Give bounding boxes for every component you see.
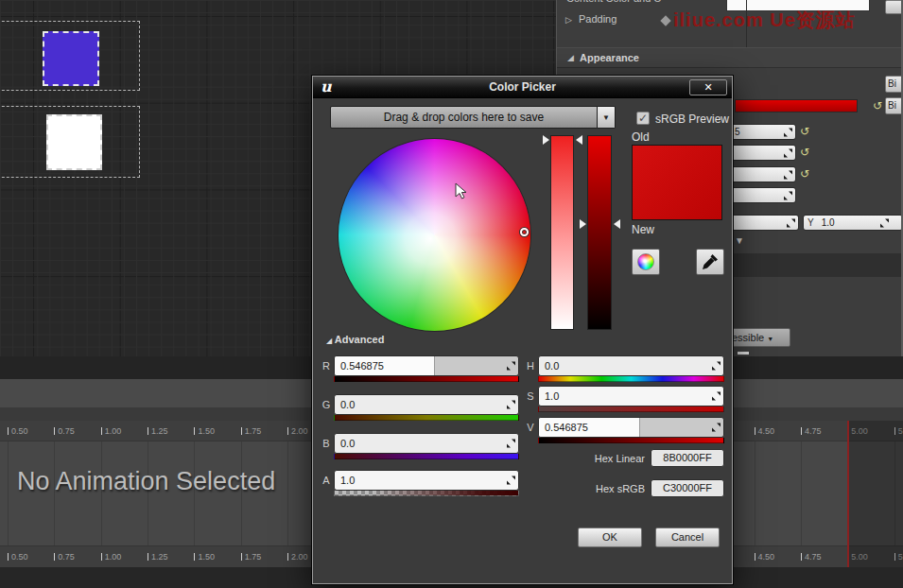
spin-arrows-icon[interactable] (784, 170, 792, 179)
spin-arrows-icon[interactable] (784, 128, 792, 136)
spin-arrows-icon[interactable] (784, 148, 792, 157)
spin-arrows-icon[interactable] (507, 440, 515, 448)
v-gradient-strip (538, 438, 724, 443)
numeric-field-3[interactable] (730, 166, 796, 182)
b-value: 0.0 (340, 434, 355, 453)
revert-icon-0[interactable]: ↺ (873, 100, 882, 112)
timeline-tick: 1.50 (194, 552, 215, 562)
saved-colors-dropdown[interactable]: Drag & drop colors here to save (330, 106, 598, 129)
y-field-label: Y (807, 217, 814, 228)
hex-linear-input[interactable]: 8B0000FF (651, 449, 724, 467)
saturation-marker-left[interactable] (543, 135, 549, 145)
srgb-preview-label: sRGB Preview (655, 112, 729, 126)
h-gradient-strip (538, 376, 724, 382)
revert-icon-1[interactable]: ↺ (800, 126, 809, 137)
b-spinbox[interactable]: 0.0 (334, 433, 519, 454)
padding-row[interactable]: ▷ Padding (565, 13, 616, 25)
s-spinbox[interactable]: 1.0 (538, 386, 724, 406)
eyedropper-button[interactable] (696, 249, 724, 275)
color-sphere-icon (637, 253, 654, 270)
revert-icon-2[interactable]: ↺ (800, 147, 809, 158)
v-channel-slider[interactable]: V 0.546875 (525, 417, 724, 443)
timeline-tick: 1.50 (194, 426, 215, 436)
value-marker-left[interactable] (580, 219, 586, 229)
old-color-label: Old (632, 130, 650, 144)
h-value: 0.0 (545, 356, 559, 375)
r-channel-slider[interactable]: R 0.546875 (321, 355, 519, 382)
blue-color-widget[interactable] (43, 31, 99, 86)
a-value: 1.0 (340, 471, 355, 490)
b-channel-slider[interactable]: B 0.0 (321, 433, 519, 459)
timeline-end-marker[interactable] (847, 421, 849, 567)
resize-grip[interactable] (738, 352, 749, 355)
spin-arrows-icon[interactable] (784, 191, 792, 199)
accessible-dropdown-button[interactable]: essible ▼ (728, 328, 790, 347)
y-field[interactable]: Y1.0 (803, 215, 903, 231)
hex-srgb-label: Hex sRGB (596, 483, 645, 494)
padding-label: Padding (579, 13, 616, 25)
saturation-marker-right[interactable] (576, 135, 582, 145)
appearance-expander-icon[interactable]: ◢ (567, 53, 574, 62)
a-channel-slider[interactable]: A 1.0 (321, 470, 519, 496)
hex-srgb-input[interactable]: C30000FF (651, 479, 724, 497)
spin-arrows-icon[interactable] (507, 476, 515, 485)
appearance-category-row[interactable]: ◢ Appearance (557, 47, 903, 68)
numeric-field-2[interactable] (730, 145, 796, 161)
x-field[interactable] (730, 215, 799, 231)
spin-arrows-icon[interactable] (507, 401, 515, 409)
r-spinbox[interactable]: 0.546875 (334, 355, 519, 376)
h-channel-slider[interactable]: H 0.0 (525, 355, 724, 382)
dropdown-caret-icon: ▼ (767, 336, 773, 342)
value-slider[interactable] (587, 135, 612, 330)
numeric-field-1[interactable]: 5 (730, 124, 796, 140)
color-wheel[interactable] (339, 139, 530, 331)
section-expand-arrow-icon[interactable]: ▼ (735, 235, 744, 246)
white-color-widget[interactable] (46, 114, 102, 170)
color-wheel-mode-button[interactable] (632, 249, 660, 275)
timeline-gridline (8, 441, 9, 545)
spin-arrows-icon[interactable] (507, 362, 515, 371)
content-color-row-label: Content Color and O (566, 0, 662, 4)
s-channel-slider[interactable]: S 1.0 (525, 386, 724, 412)
timeline-gridline (801, 441, 802, 545)
new-color-label: New (632, 223, 654, 236)
value-marker-right[interactable] (614, 219, 620, 229)
b-label: B (321, 438, 332, 449)
timeline-tick: 1.25 (148, 426, 168, 436)
g-spinbox[interactable]: 0.0 (334, 394, 519, 415)
b-gradient-strip (334, 454, 519, 459)
spin-arrows-icon[interactable] (787, 218, 795, 227)
dropdown-arrow-button[interactable]: ▼ (598, 106, 616, 129)
spin-arrows-icon[interactable] (712, 362, 721, 371)
color-wheel-selector[interactable] (520, 228, 529, 236)
advanced-section-toggle[interactable]: ◢ Advanced (326, 334, 384, 345)
v-value: 0.546875 (545, 418, 588, 437)
spin-arrows-icon[interactable] (880, 218, 889, 227)
srgb-preview-checkbox[interactable]: ✓ (636, 112, 650, 125)
ok-button[interactable]: OK (578, 527, 642, 547)
timeline-tick: 1.00 (101, 426, 122, 436)
revert-icon-3[interactable]: ↺ (800, 168, 809, 180)
spin-arrows-icon[interactable] (712, 424, 721, 432)
timeline-tick: 0.50 (8, 552, 28, 562)
color-property-bar[interactable] (735, 99, 858, 112)
padding-expander-icon[interactable]: ▷ (565, 15, 572, 25)
spin-arrows-icon[interactable] (712, 392, 721, 401)
timeline-tick: 1.75 (241, 552, 262, 562)
dialog-titlebar[interactable]: u Color Picker ✕ (313, 77, 732, 98)
timeline-tick: 2.00 (287, 552, 308, 562)
saturation-slider[interactable] (550, 135, 574, 330)
close-button[interactable]: ✕ (689, 79, 727, 95)
dialog-title: Color Picker (313, 80, 732, 94)
a-spinbox[interactable]: 1.0 (334, 470, 519, 491)
timeline-tick: 2.00 (287, 426, 308, 436)
timeline-tick: 0.50 (8, 426, 28, 436)
h-spinbox[interactable]: 0.0 (538, 355, 724, 376)
timeline-out-of-range-overlay (849, 421, 903, 567)
v-spinbox[interactable]: 0.546875 (538, 417, 724, 438)
no-animation-message: No Animation Selected (17, 467, 275, 496)
color-picker-dialog: u Color Picker ✕ Drag & drop colors here… (312, 76, 733, 584)
g-channel-slider[interactable]: G 0.0 (321, 394, 519, 421)
cancel-button[interactable]: Cancel (655, 527, 720, 547)
numeric-field-4[interactable] (730, 187, 796, 203)
